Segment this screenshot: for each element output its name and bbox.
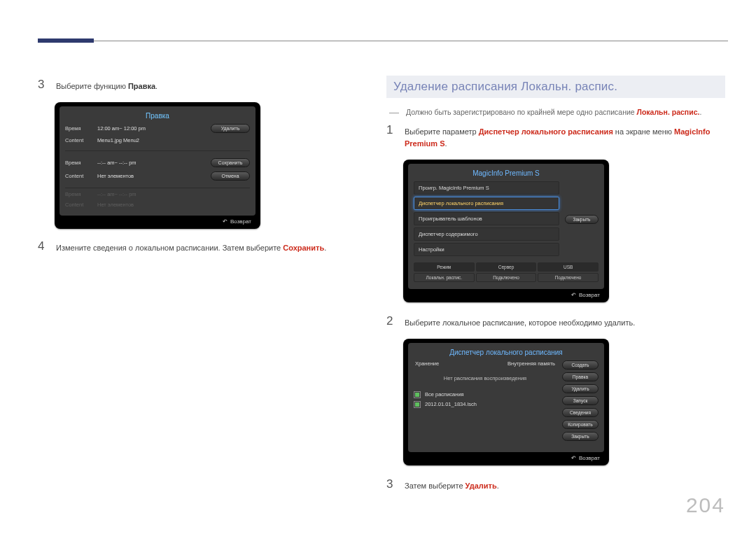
return-label[interactable]: Возврат (59, 216, 255, 225)
side-buttons: Закрыть (565, 181, 598, 258)
page-number: 204 (686, 493, 725, 517)
separator (65, 188, 250, 188)
return-label[interactable]: Возврат (408, 452, 604, 461)
text: Выберите функцию (56, 82, 128, 90)
row-value: Нет элементов (97, 202, 211, 208)
step-body: Затем выберите Удалить. (405, 478, 725, 492)
step-number: 3 (38, 78, 46, 92)
mi-body: Проигр. MagicInfo Premium S Диспетчер ло… (414, 181, 598, 258)
copy-button[interactable]: Копировать (562, 420, 598, 429)
row-label: Время (65, 191, 97, 197)
create-button[interactable]: Создать (562, 360, 598, 370)
row-label: Content (65, 173, 97, 179)
text: на экране меню (613, 127, 674, 136)
separator (65, 150, 250, 151)
storage-row: Хранение Внутренняя память (414, 360, 556, 371)
menu-list: Проигр. MagicInfo Premium S Диспетчер ло… (414, 181, 559, 258)
col-value: Подключено (476, 273, 537, 282)
pravka-grid: Время 12:00 am~ 12:00 pm Удалить Content… (65, 124, 250, 191)
row-value: Нет элементов (97, 173, 211, 179)
step-body: Выберите параметр Диспетчер локального р… (405, 124, 725, 150)
row-label: 2012.01.01_1834.lsch (425, 401, 477, 407)
left-column: 3 Выберите функцию Правка. Правка Время … (38, 78, 346, 264)
emphasis-red: Диспетчер локального расписания (479, 127, 613, 136)
text: Выберите параметр (405, 127, 479, 136)
rule-accent (38, 38, 94, 43)
menu-item-selected[interactable]: Диспетчер локального расписания (414, 197, 559, 210)
schedule-row-file[interactable]: 2012.01.01_1834.lsch (414, 400, 556, 409)
row-value: Menu1.jpg Menu2 (97, 137, 211, 143)
schedule-row-all[interactable]: Все расписания (414, 390, 556, 400)
cancel-button[interactable]: Отмена (211, 171, 250, 181)
row-label: Content (65, 137, 97, 143)
step-3: 3 Выберите функцию Правка. (38, 78, 346, 92)
step-1: 1 Выберите параметр Диспетчер локального… (386, 124, 725, 150)
row-label: Время (65, 160, 97, 166)
menu-item[interactable]: Проигр. MagicInfo Premium S (414, 181, 559, 195)
tv-inner: Правка Время 12:00 am~ 12:00 pm Удалить … (59, 106, 255, 216)
text: Затем выберите (405, 482, 465, 490)
panel-title: Правка (65, 111, 250, 124)
checkbox-icon[interactable] (414, 391, 421, 398)
menu-item[interactable]: Настройки (414, 243, 559, 256)
screenshot-dispatcher: Диспетчер локального расписания Хранение… (403, 339, 609, 465)
tv-inner: Диспетчер локального расписания Хранение… (408, 343, 604, 452)
emphasis-red: Сохранить (283, 244, 324, 252)
dash-icon: ― (389, 108, 399, 117)
period: . (324, 244, 326, 252)
step-number: 3 (386, 478, 395, 492)
panel-title: MagicInfo Premium S (414, 168, 598, 181)
step-4: 4 Измените сведения о локальном расписан… (38, 240, 346, 254)
step-body: Измените сведения о локальном расписании… (56, 240, 346, 254)
screenshot-magicinfo: MagicInfo Premium S Проигр. MagicInfo Pr… (403, 160, 609, 302)
period: . (155, 82, 158, 90)
close-button[interactable]: Закрыть (562, 432, 598, 441)
col-header: Режим (414, 262, 475, 272)
delete-button[interactable]: Удалить (211, 124, 250, 133)
step-3-right: 3 Затем выберите Удалить. (386, 478, 725, 492)
storage-value: Внутренняя память (507, 360, 555, 367)
text: Должно быть зарегистрировано по крайней … (406, 108, 637, 116)
step-number: 2 (386, 315, 395, 329)
menu-item[interactable]: Проигрыватель шаблонов (414, 212, 559, 225)
emphasis-red: Удалить (465, 482, 497, 490)
info-button[interactable]: Сведения (562, 408, 598, 417)
edit-button[interactable]: Правка (562, 372, 598, 381)
row-label: Все расписания (425, 391, 464, 398)
pravka-grid-disabled: Время --:-- am~ --:-- pm Content Нет эле… (65, 191, 250, 208)
side-buttons: Создать Правка Удалить Запуск Сведения К… (562, 360, 598, 441)
delete-button[interactable]: Удалить (562, 384, 598, 393)
col-value: Локальн. распис. (414, 273, 475, 282)
row-label: Время (65, 125, 97, 132)
emphasis-red: Локальн. распис. (637, 108, 700, 116)
row-value: 12:00 am~ 12:00 pm (97, 125, 211, 132)
text: Измените сведения о локальном расписании… (56, 244, 283, 252)
close-button[interactable]: Закрыть (565, 215, 598, 224)
save-button[interactable]: Сохранить (211, 158, 250, 167)
emphasis: Правка (128, 82, 155, 90)
note-body: Должно быть зарегистрировано по крайней … (406, 108, 701, 117)
tv-inner: MagicInfo Premium S Проигр. MagicInfo Pr… (408, 164, 604, 289)
ds-main: Хранение Внутренняя память Нет расписани… (414, 360, 556, 441)
period: . (497, 482, 499, 490)
step-body: Выберите локальное расписание, которое н… (405, 315, 725, 329)
menu-item[interactable]: Диспетчер содержимого (414, 227, 559, 241)
row-value: --:-- am~ --:-- pm (97, 191, 211, 197)
run-button[interactable]: Запуск (562, 396, 598, 405)
note: ― Должно быть зарегистрировано по крайне… (389, 108, 725, 117)
col-value: Подключено (538, 273, 598, 282)
page-rule (38, 41, 728, 41)
panel-title: Диспетчер локального расписания (414, 347, 598, 360)
row-label: Content (65, 202, 97, 208)
checkbox-icon[interactable] (414, 401, 421, 408)
right-column: Удаление расписания Локальн. распис. ― Д… (386, 76, 725, 502)
return-label[interactable]: Возврат (408, 289, 604, 298)
screenshot-pravka: Правка Время 12:00 am~ 12:00 pm Удалить … (55, 102, 260, 229)
col-header: USB (538, 262, 598, 272)
step-number: 1 (386, 124, 395, 150)
storage-label: Хранение (415, 360, 439, 367)
step-body: Выберите функцию Правка. (56, 78, 346, 92)
col-header: Сервер (476, 262, 537, 272)
empty-message: Нет расписания воспроизведения (414, 371, 556, 390)
row-value: --:-- am~ --:-- pm (97, 160, 211, 166)
